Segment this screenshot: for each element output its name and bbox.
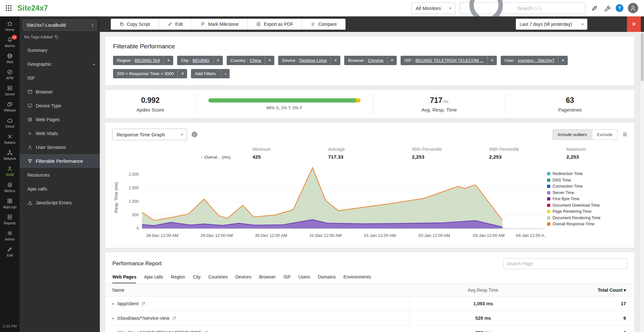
rail-item-alarms[interactable]: 25 Alarms <box>0 34 20 50</box>
chip-remove-icon[interactable]: ✕ <box>558 56 568 65</box>
rail-item-nutanix[interactable]: Nutanix <box>0 131 20 147</box>
sidebar-item-user-sessions[interactable]: User Sessions <box>20 140 100 154</box>
filter-chip-value[interactable]: Chrome <box>368 58 384 63</box>
monitor-select[interactable]: Site24x7-Localbuild ▴▾ <box>23 20 97 31</box>
filter-chip-value[interactable]: 200 < Response Time < 3000 <box>117 71 174 76</box>
report-tab[interactable]: City <box>193 274 201 283</box>
sidebar-item-javascript-errors[interactable]: JavaScript Errors <box>20 196 100 210</box>
filter-chip-value[interactable]: yuvrajss - Site24x7 <box>518 58 554 63</box>
feedback-quill-icon[interactable] <box>590 4 598 12</box>
name-column-header[interactable]: Name <box>105 288 409 293</box>
global-search[interactable] <box>460 2 585 14</box>
report-tab[interactable]: Browser <box>259 274 276 283</box>
series-toggle[interactable]: › Overal... (ms) <box>201 154 252 160</box>
external-link-icon[interactable] <box>204 331 208 332</box>
rail-item-reports[interactable]: Reports <box>0 211 20 228</box>
chip-remove-icon[interactable]: ✕ <box>213 56 223 65</box>
site24x7-logo[interactable]: Site24x7 <box>17 4 48 13</box>
report-tab[interactable]: Users <box>298 274 310 283</box>
sidebar-item-filterable-performance[interactable]: Filterable Performance <box>20 154 100 168</box>
row-expand-icon[interactable]: ▸ <box>112 330 114 332</box>
rail-item-home[interactable]: Home <box>0 18 20 34</box>
page-name[interactable]: /cloud/aws/*/APIGATEWAY-RESOURCE <box>117 330 201 332</box>
app-grid-icon[interactable] <box>6 5 12 11</box>
table-row[interactable]: ▸ /cloud/aws/*/service-view 529 ms 9 <box>105 311 634 326</box>
tools-wrench-icon[interactable] <box>603 4 611 12</box>
sidebar-item-summary[interactable]: Summary <box>20 43 100 57</box>
sidebar-item-web-vitals[interactable]: Web Vitals <box>20 126 100 140</box>
external-link-icon[interactable] <box>172 316 176 320</box>
filter-chip-value[interactable]: China <box>250 58 261 63</box>
chart-menu-icon[interactable]: ≡ <box>623 131 627 138</box>
sidebar-item-isp[interactable]: ISP <box>20 71 100 85</box>
edit-button[interactable]: Edit <box>159 19 192 30</box>
report-tab[interactable]: Devices <box>235 274 251 283</box>
info-icon[interactable]: i <box>192 132 197 137</box>
legend-item[interactable]: Document Download Time <box>547 203 623 208</box>
rail-item-apm[interactable]: APM <box>0 66 20 83</box>
chip-remove-icon[interactable]: ✕ <box>387 56 397 65</box>
sidebar-item-browser[interactable]: Browser <box>20 85 100 99</box>
legend-item[interactable]: Page Rendering Time <box>547 209 623 214</box>
row-expand-icon[interactable]: ▸ <box>112 301 114 306</box>
legend-item[interactable]: Connection Time <box>547 184 623 189</box>
report-tab[interactable]: ISP <box>283 274 291 283</box>
page-name[interactable]: /cloud/aws/*/service-view <box>117 316 169 321</box>
report-tab[interactable]: Environments <box>344 274 371 283</box>
add-filters-chip[interactable]: Add Filters + <box>191 69 230 78</box>
filter-chip-value[interactable]: BEIJING SHI <box>135 58 160 63</box>
external-link-icon[interactable] <box>141 302 145 306</box>
rail-item-edit[interactable]: Edit <box>0 244 20 260</box>
scrollbar-thumb[interactable] <box>641 33 644 81</box>
include-outliers-button[interactable]: Include outliers <box>553 130 592 140</box>
filter-chip-value[interactable]: BEIJING <box>193 58 210 63</box>
rail-item-metrics[interactable]: Metrics <box>0 179 20 195</box>
copy-script-button[interactable]: Copy Script <box>111 19 159 30</box>
table-row[interactable]: ▸ /app/client 1,093 ms 17 <box>105 297 634 311</box>
chip-remove-icon[interactable]: ✕ <box>487 56 497 65</box>
vertical-scrollbar[interactable] <box>640 32 644 332</box>
legend-item[interactable]: First Byte Time <box>547 197 623 201</box>
export-pdf-button[interactable]: Export as PDF <box>248 19 302 30</box>
report-tab[interactable]: Countries <box>208 274 228 283</box>
exclude-outliers-button[interactable]: Exclude <box>592 130 617 140</box>
report-tab[interactable]: Ajax calls <box>144 274 163 283</box>
sidebar-item-geographic[interactable]: Geographic ▸ <box>20 57 100 71</box>
filter-chip-value[interactable]: Desktop Linux <box>299 58 327 63</box>
plus-icon[interactable]: + <box>221 69 230 78</box>
compare-button[interactable]: Compare <box>302 19 346 30</box>
total-count-column-header[interactable]: Total Count ▾ <box>557 288 634 293</box>
rail-item-vmware[interactable]: VMware <box>0 99 20 115</box>
report-tab[interactable]: Region <box>171 274 185 283</box>
legend-item[interactable]: DNS Time <box>547 178 623 182</box>
legend-item[interactable]: Server Time <box>547 190 623 195</box>
sidebar-item-device-type[interactable]: Device Type <box>20 99 100 112</box>
tags-row[interactable]: No Tags Added <box>20 32 100 43</box>
rail-item-admin[interactable]: Admin <box>0 228 20 244</box>
help-icon[interactable]: ? <box>616 4 623 12</box>
avg-resp-column-header[interactable]: Avg.Resp.Time <box>409 284 557 296</box>
legend-item[interactable]: Overall Response Time <box>547 222 623 226</box>
table-row[interactable]: ▸ /cloud/aws/*/APIGATEWAY-RESOURCE 358 m… <box>105 326 634 332</box>
sidebar-item-ajax-calls[interactable]: Ajax calls <box>20 182 100 196</box>
row-expand-icon[interactable]: ▸ <box>112 316 114 320</box>
rail-item-web[interactable]: Web <box>0 50 20 66</box>
page-name[interactable]: /app/client <box>117 301 138 306</box>
rail-item-applogs[interactable]: AppLogs <box>0 195 20 211</box>
chip-remove-icon[interactable]: ✕ <box>164 56 173 65</box>
sidebar-item-web-pages[interactable]: Web Pages <box>20 112 100 126</box>
rail-item-cloud[interactable]: Cloud <box>0 115 20 131</box>
chip-remove-icon[interactable]: ✕ <box>177 69 187 78</box>
search-input[interactable] <box>517 5 581 11</box>
filter-chip-value[interactable]: BEIJING TELETRON TELECOM ... <box>415 58 484 63</box>
rail-item-rum[interactable]: RUM <box>0 163 20 179</box>
sidebar-item-resources[interactable]: Resources <box>20 168 100 182</box>
chip-remove-icon[interactable]: ✕ <box>330 56 340 65</box>
legend-item[interactable]: Document Rendering Time <box>547 216 623 220</box>
search-page-input[interactable] <box>503 258 627 269</box>
report-tab[interactable]: Web Pages <box>112 274 136 283</box>
legend-item[interactable]: Redirection Time <box>547 171 623 176</box>
mark-milestone-button[interactable]: Mark Milestone <box>192 19 248 30</box>
chip-remove-icon[interactable]: ✕ <box>265 56 274 65</box>
rail-item-server[interactable]: Server <box>0 83 20 99</box>
